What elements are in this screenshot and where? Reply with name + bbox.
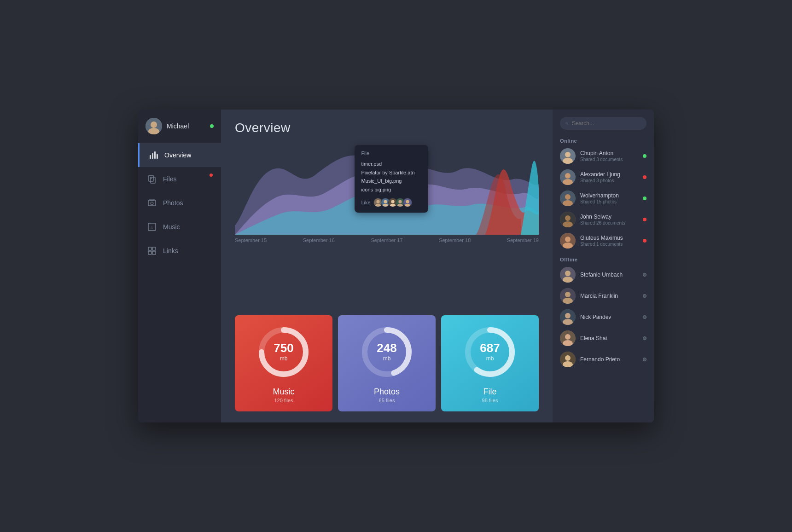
- svg-point-31: [398, 200, 402, 203]
- contact-avatar-offline-4: [560, 352, 576, 367]
- contact-avatar-offline-3: [560, 330, 576, 346]
- svg-point-22: [376, 200, 379, 203]
- contact-offline-0[interactable]: Stefanie Umbach: [560, 267, 646, 283]
- contact-item-0[interactable]: Chupin Anton Shared 3 documents: [560, 148, 646, 164]
- card-music[interactable]: 750 mb Music 120 files: [235, 315, 332, 411]
- svg-point-34: [406, 200, 409, 203]
- svg-point-73: [565, 355, 571, 361]
- chart-label-4: September 19: [507, 237, 539, 243]
- contact-dot-offline-0: [643, 273, 646, 277]
- contact-dot-0: [643, 154, 646, 158]
- contact-dot-3: [643, 218, 646, 221]
- nav-label-overview: Overview: [164, 151, 191, 159]
- contact-dot-4: [643, 239, 646, 243]
- contact-item-3[interactable]: John Selway Shared 26 documents: [560, 212, 646, 227]
- donut-label-photos: 248 mb: [377, 342, 396, 362]
- contact-avatar-offline-1: [560, 288, 576, 304]
- contact-avatar-offline-0: [560, 267, 576, 283]
- svg-point-28: [391, 200, 394, 203]
- app-window: Michael Overview Files: [138, 110, 654, 422]
- files-badge: [210, 173, 213, 177]
- nav-item-music[interactable]: ♫ Music: [138, 215, 221, 239]
- search-input[interactable]: [572, 120, 641, 127]
- svg-point-51: [565, 194, 571, 200]
- contact-offline-2[interactable]: Nick Pandev: [560, 309, 646, 325]
- nav-item-files[interactable]: Files: [138, 167, 221, 191]
- donut-unit-files: mb: [486, 355, 494, 362]
- donut-files: 687 mb: [462, 324, 518, 380]
- contact-name-offline-0: Stefanie Umbach: [580, 272, 638, 278]
- contact-name-offline-4: Fernando Prieto: [580, 356, 638, 363]
- online-section-label: Online: [560, 138, 646, 144]
- contact-offline-4[interactable]: Fernando Prieto: [560, 352, 646, 367]
- contact-item-2[interactable]: Wolverhampton Shared 15 photos: [560, 191, 646, 206]
- svg-rect-10: [151, 177, 155, 183]
- sidebar: Michael Overview Files: [138, 110, 221, 422]
- svg-point-1: [151, 121, 157, 128]
- svg-point-13: [151, 202, 153, 205]
- chart-label-1: September 16: [303, 237, 335, 243]
- svg-rect-19: [152, 251, 156, 254]
- nav-item-overview[interactable]: Overview: [138, 143, 221, 167]
- donut-value-music: 750: [274, 342, 293, 354]
- nav-label-music: Music: [163, 223, 180, 231]
- svg-point-48: [565, 173, 571, 179]
- contact-name-offline-1: Marcia Franklin: [580, 293, 638, 299]
- contact-item-4[interactable]: Gluteus Maximus Shared 1 documents: [560, 233, 646, 249]
- svg-rect-6: [157, 154, 158, 159]
- files-icon: [147, 174, 157, 184]
- links-icon: [147, 246, 157, 255]
- user-name: Michael: [167, 122, 205, 130]
- chart-label-2: September 17: [371, 237, 402, 243]
- contact-name-offline-2: Nick Pandev: [580, 314, 638, 320]
- tooltip-files: timer.psd Pixelator by Sparkle.atn Music…: [361, 160, 422, 194]
- main-header: Overview: [221, 110, 553, 143]
- chart-labels: September 15 September 16 September 17 S…: [235, 235, 539, 246]
- svg-point-70: [565, 334, 571, 340]
- donut-photos: 248 mb: [359, 324, 414, 380]
- chart-tooltip: File timer.psd Pixelator by Sparkle.atn …: [355, 145, 428, 213]
- photos-icon: [147, 198, 157, 208]
- nav-item-links[interactable]: Links: [138, 239, 221, 263]
- contact-offline-3[interactable]: Elena Shai: [560, 330, 646, 346]
- search-icon: [565, 120, 568, 127]
- donut-label-music: 750 mb: [274, 342, 293, 362]
- contact-dot-offline-4: [643, 358, 646, 361]
- svg-point-45: [565, 152, 571, 157]
- nav-item-photos[interactable]: Photos: [138, 191, 221, 215]
- tooltip-like-row: Like: [361, 198, 422, 207]
- svg-point-54: [565, 215, 571, 221]
- nav-label-photos: Photos: [163, 199, 183, 207]
- music-icon: ♫: [147, 222, 157, 231]
- card-name-photos: Photos: [374, 387, 400, 397]
- contact-status-0: Shared 3 documents: [580, 157, 638, 162]
- contact-item-1[interactable]: Alexander Ljung Shared 3 photos: [560, 169, 646, 185]
- search-box[interactable]: [560, 117, 646, 130]
- sidebar-user: Michael: [138, 110, 221, 143]
- svg-point-25: [384, 200, 387, 203]
- contact-status-3: Shared 26 documents: [580, 220, 638, 226]
- nav-label-links: Links: [163, 247, 178, 254]
- like-label: Like: [361, 200, 370, 205]
- chart-container: File timer.psd Pixelator by Sparkle.atn …: [235, 143, 539, 235]
- contact-name-2: Wolverhampton: [580, 192, 638, 199]
- svg-point-64: [565, 292, 571, 297]
- contact-name-1: Alexander Ljung: [580, 171, 638, 178]
- donut-unit-photos: mb: [383, 355, 391, 362]
- donut-value-photos: 248: [377, 342, 396, 354]
- svg-rect-4: [152, 153, 153, 159]
- donut-unit-music: mb: [280, 355, 288, 362]
- contact-avatar-4: [560, 233, 576, 249]
- contact-status-1: Shared 3 photos: [580, 178, 638, 183]
- user-avatar: [146, 118, 162, 134]
- card-count-photos: 65 files: [379, 398, 395, 403]
- contact-status-4: Shared 1 documents: [580, 242, 638, 247]
- contact-name-offline-3: Elena Shai: [580, 335, 638, 341]
- chart-icon: [149, 150, 158, 160]
- card-photos[interactable]: 248 mb Photos 65 files: [338, 315, 436, 411]
- contact-name-3: John Selway: [580, 214, 638, 220]
- chart-label-0: September 15: [235, 237, 267, 243]
- card-files[interactable]: 687 mb File 98 files: [441, 315, 539, 411]
- svg-rect-3: [150, 155, 151, 159]
- contact-offline-1[interactable]: Marcia Franklin: [560, 288, 646, 304]
